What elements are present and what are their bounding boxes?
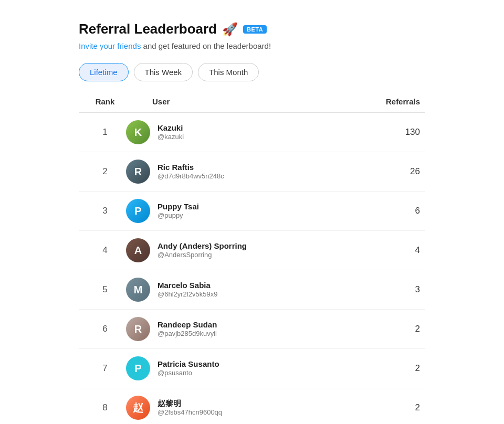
- table-row: 5 M Marcelo Sabia @6hl2yr2l2v5k59x9 3: [79, 270, 425, 310]
- user-name: Andy (Anders) Sporring: [158, 241, 247, 251]
- user-info: Kazuki @kazuki: [158, 123, 184, 142]
- page-container: Referral Leaderboard 🚀 BETA Invite your …: [68, 0, 436, 424]
- col-header-user: User: [126, 97, 368, 106]
- user-info: Puppy Tsai @puppy: [158, 202, 199, 220]
- col-header-rank: Rank: [84, 97, 126, 106]
- table-row: 6 R Randeep Sudan @pavjb285d9kuvyii 2: [79, 310, 425, 349]
- user-info: Marcelo Sabia @6hl2yr2l2v5k59x9: [158, 280, 217, 299]
- referrals-cell: 2: [368, 363, 420, 374]
- user-info: Ric Raftis @d7d9r8b4wv5n248c: [158, 162, 224, 181]
- user-info: 赵黎明 @2fsbs47hcn9600qq: [158, 398, 222, 417]
- referrals-cell: 26: [368, 166, 420, 177]
- referrals-cell: 4: [368, 245, 420, 256]
- table-body: 1 K Kazuki @kazuki 130 2 R Ric Raftis @d…: [79, 113, 425, 424]
- user-cell: R Randeep Sudan @pavjb285d9kuvyii: [126, 317, 368, 341]
- user-handle: @psusanto: [158, 369, 219, 378]
- tab-lifetime[interactable]: Lifetime: [79, 63, 129, 81]
- user-handle: @2fsbs47hcn9600qq: [158, 408, 222, 417]
- rank-cell: 2: [84, 166, 126, 177]
- table-row: 1 K Kazuki @kazuki 130: [79, 113, 425, 152]
- user-cell: P Puppy Tsai @puppy: [126, 199, 368, 223]
- user-handle: @d7d9r8b4wv5n248c: [158, 172, 224, 181]
- avatar: A: [126, 238, 150, 262]
- user-cell: R Ric Raftis @d7d9r8b4wv5n248c: [126, 160, 368, 184]
- table-row: 2 R Ric Raftis @d7d9r8b4wv5n248c 26: [79, 152, 425, 192]
- user-cell: K Kazuki @kazuki: [126, 120, 368, 144]
- referrals-cell: 3: [368, 284, 420, 295]
- user-name: Ric Raftis: [158, 162, 224, 173]
- user-cell: P Patricia Susanto @psusanto: [126, 356, 368, 380]
- tab-this-month[interactable]: This Month: [198, 63, 259, 81]
- user-handle: @puppy: [158, 211, 199, 220]
- avatar: M: [126, 278, 150, 302]
- user-handle: @AndersSporring: [158, 251, 247, 260]
- user-name: Randeep Sudan: [158, 320, 217, 330]
- rank-cell: 5: [84, 284, 126, 295]
- user-name: Marcelo Sabia: [158, 280, 217, 291]
- user-name: Patricia Susanto: [158, 359, 219, 369]
- subtitle: Invite your friends and get featured on …: [79, 41, 425, 50]
- table-row: 8 赵 赵黎明 @2fsbs47hcn9600qq 2: [79, 388, 425, 424]
- user-handle: @pavjb285d9kuvyii: [158, 330, 217, 338]
- user-cell: 赵 赵黎明 @2fsbs47hcn9600qq: [126, 396, 368, 420]
- user-info: Andy (Anders) Sporring @AndersSporring: [158, 241, 247, 260]
- avatar: R: [126, 160, 150, 184]
- rank-cell: 7: [84, 363, 126, 374]
- tabs-row: Lifetime This Week This Month: [79, 63, 425, 81]
- referrals-cell: 2: [368, 324, 420, 334]
- header-section: Referral Leaderboard 🚀 BETA Invite your …: [79, 21, 425, 50]
- referrals-cell: 6: [368, 206, 420, 216]
- avatar: K: [126, 120, 150, 144]
- invite-friends-link[interactable]: Invite your friends: [79, 41, 141, 50]
- table-row: 7 P Patricia Susanto @psusanto 2: [79, 349, 425, 388]
- avatar: 赵: [126, 396, 150, 420]
- user-info: Patricia Susanto @psusanto: [158, 359, 219, 378]
- table-header: Rank User Referrals: [79, 97, 425, 113]
- referrals-cell: 130: [368, 127, 420, 137]
- user-name: 赵黎明: [158, 398, 222, 409]
- subtitle-text: and get featured on the leaderboard!: [141, 41, 271, 50]
- leaderboard-table: Rank User Referrals 1 K Kazuki @kazuki 1…: [79, 97, 425, 424]
- title-row: Referral Leaderboard 🚀 BETA: [79, 21, 425, 37]
- user-cell: A Andy (Anders) Sporring @AndersSporring: [126, 238, 368, 262]
- rank-cell: 3: [84, 206, 126, 216]
- table-row: 4 A Andy (Anders) Sporring @AndersSporri…: [79, 231, 425, 270]
- avatar: P: [126, 356, 150, 380]
- user-name: Puppy Tsai: [158, 202, 199, 212]
- rank-cell: 4: [84, 245, 126, 256]
- referrals-cell: 2: [368, 402, 420, 413]
- table-row: 3 P Puppy Tsai @puppy 6: [79, 192, 425, 231]
- user-info: Randeep Sudan @pavjb285d9kuvyii: [158, 320, 217, 338]
- rank-cell: 8: [84, 402, 126, 413]
- user-name: Kazuki: [158, 123, 184, 133]
- user-handle: @kazuki: [158, 133, 184, 142]
- page-title: Referral Leaderboard: [79, 21, 217, 37]
- user-cell: M Marcelo Sabia @6hl2yr2l2v5k59x9: [126, 278, 368, 302]
- rocket-icon: 🚀: [222, 22, 238, 37]
- user-handle: @6hl2yr2l2v5k59x9: [158, 290, 217, 299]
- beta-badge: BETA: [243, 25, 267, 34]
- tab-this-week[interactable]: This Week: [134, 63, 193, 81]
- avatar: R: [126, 317, 150, 341]
- rank-cell: 6: [84, 324, 126, 334]
- rank-cell: 1: [84, 127, 126, 137]
- avatar: P: [126, 199, 150, 223]
- col-header-referrals: Referrals: [368, 97, 420, 106]
